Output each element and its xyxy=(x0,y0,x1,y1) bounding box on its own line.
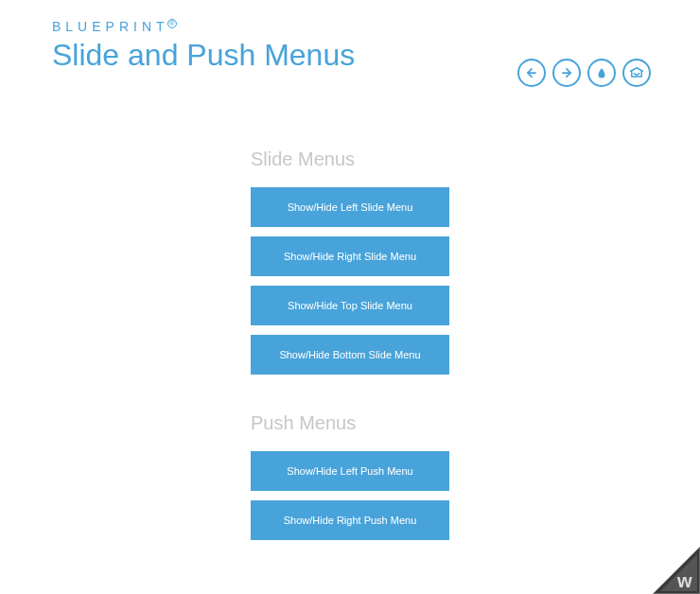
page-title: Slide and Push Menus xyxy=(52,38,517,73)
brand-mark: ® xyxy=(167,19,177,28)
nav-forward-button[interactable] xyxy=(552,59,581,87)
nav-icons xyxy=(517,59,651,87)
nav-back-button[interactable] xyxy=(517,59,546,87)
section-title: Push Menus xyxy=(251,412,449,434)
show-hide-bottom-slide-button[interactable]: Show/Hide Bottom Slide Menu xyxy=(251,335,449,375)
main: Slide Menus Show/Hide Left Slide Menu Sh… xyxy=(0,96,700,550)
show-hide-right-slide-button[interactable]: Show/Hide Right Slide Menu xyxy=(251,236,449,276)
section-push-menus: Push Menus Show/Hide Left Push Menu Show… xyxy=(251,384,449,550)
archive-icon xyxy=(630,66,643,79)
show-hide-right-push-button[interactable]: Show/Hide Right Push Menu xyxy=(251,500,449,540)
show-hide-left-slide-button[interactable]: Show/Hide Left Slide Menu xyxy=(251,187,449,227)
arrow-right-icon xyxy=(560,66,573,79)
brand[interactable]: BLUEPRINT ® xyxy=(52,19,517,34)
nav-archive-button[interactable] xyxy=(622,59,651,87)
header-left: BLUEPRINT ® Slide and Push Menus xyxy=(52,19,517,73)
show-hide-left-push-button[interactable]: Show/Hide Left Push Menu xyxy=(251,451,449,491)
brand-text: BLUEPRINT xyxy=(52,19,169,34)
svg-text:w: w xyxy=(676,570,692,591)
section-title: Slide Menus xyxy=(251,148,449,170)
show-hide-top-slide-button[interactable]: Show/Hide Top Slide Menu xyxy=(251,286,449,325)
header: BLUEPRINT ® Slide and Push Menus xyxy=(0,0,700,96)
drop-icon xyxy=(596,67,607,79)
corner-logo: w xyxy=(653,547,700,594)
nav-drop-button[interactable] xyxy=(587,59,616,87)
arrow-left-icon xyxy=(525,66,538,79)
section-slide-menus: Slide Menus Show/Hide Left Slide Menu Sh… xyxy=(251,148,449,384)
